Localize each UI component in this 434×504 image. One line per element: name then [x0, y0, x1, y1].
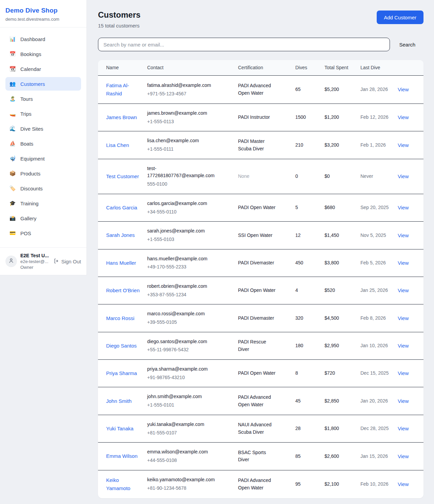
table-row: Carlos Garcia carlos.garcia@example.com … — [98, 194, 423, 221]
island-icon: 🏝️ — [9, 96, 16, 102]
customer-name-link[interactable]: Sarah Jones — [106, 231, 135, 239]
view-link[interactable]: View — [398, 426, 409, 431]
customer-email: emma.wilson@example.com — [147, 448, 220, 456]
sidebar-item-gallery[interactable]: 📸 Gallery — [5, 211, 81, 225]
customers-table-card: Name Contact Certification Dives Total S… — [98, 60, 423, 498]
user-email: e2e-tester@... — [20, 259, 49, 264]
customer-dives: 65 — [295, 76, 324, 104]
customer-phone: +34-555-0110 — [147, 208, 233, 216]
customer-dives: 8 — [295, 360, 324, 387]
customer-name-link[interactable]: Yuki Tanaka — [106, 425, 134, 433]
customer-dives: 180 — [295, 332, 324, 359]
customer-dives: 0 — [295, 159, 324, 194]
customer-phone: 555-0100 — [147, 181, 233, 188]
column-header-last-dive: Last Dive — [360, 60, 394, 76]
customer-name-link[interactable]: Marco Rossi — [106, 314, 134, 322]
sidebar-item-products[interactable]: 📦 Products — [5, 167, 81, 180]
sidebar-item-pos[interactable]: 💳 POS — [5, 226, 81, 240]
sidebar-item-trips[interactable]: 🚤 Trips — [5, 107, 81, 120]
customer-certification: PADI Divemaster — [238, 315, 277, 322]
table-row: Robert O'Brien robert.obrien@example.com… — [98, 277, 423, 304]
speedboat-icon: 🚤 — [9, 111, 16, 117]
customer-name-link[interactable]: John Smith — [106, 397, 132, 405]
column-header-dives: Dives — [295, 60, 324, 76]
view-link[interactable]: View — [398, 481, 409, 487]
customer-dives: 45 — [295, 387, 324, 415]
sign-out-button[interactable]: Sign Out — [54, 258, 81, 265]
main-content: Customers 15 total customers Add Custome… — [87, 0, 434, 504]
customer-name-link[interactable]: Hans Mueller — [106, 259, 136, 267]
sidebar-item-equipment[interactable]: 🤿 Equipment — [5, 152, 81, 165]
customer-name-link[interactable]: Priya Sharma — [106, 369, 137, 377]
customer-phone: +971-55-123-4567 — [147, 90, 233, 98]
customer-last-dive: Jan 10, 2026 — [360, 332, 394, 359]
view-link[interactable]: View — [398, 370, 409, 376]
view-link[interactable]: View — [398, 315, 409, 321]
search-input[interactable] — [98, 38, 390, 51]
view-link[interactable]: View — [398, 114, 409, 120]
customer-name-link[interactable]: Emma Wilson — [106, 452, 138, 460]
view-link[interactable]: View — [398, 232, 409, 238]
view-link[interactable]: View — [398, 173, 409, 179]
customer-last-dive: Jan 28, 2026 — [360, 76, 394, 104]
sidebar-item-calendar[interactable]: 📆 Calendar — [5, 62, 81, 76]
customer-dives: 12 — [295, 222, 324, 249]
customer-email: yuki.tanaka@example.com — [147, 421, 220, 428]
customer-certification: PADI Divemaster — [238, 259, 277, 267]
customer-last-dive: Feb 12, 2026 — [360, 104, 394, 131]
customer-total-spent: $1,200 — [324, 104, 360, 131]
customer-phone: +1-555-0113 — [147, 118, 233, 126]
customer-total-spent: $1,800 — [324, 415, 360, 442]
sidebar-item-dashboard[interactable]: 📊 Dashboard — [5, 32, 81, 46]
customer-name-link[interactable]: Fatima Al-Rashid — [106, 81, 142, 98]
customer-phone: +49-170-555-2233 — [147, 263, 233, 271]
customer-total-spent: $4,500 — [324, 304, 360, 332]
table-body: Fatima Al-Rashid fatima.alrashid@example… — [98, 76, 423, 498]
customer-total-spent: $3,200 — [324, 131, 360, 159]
customer-name-link[interactable]: Keiko Yamamoto — [106, 476, 142, 492]
tag-icon: 🏷️ — [9, 185, 16, 191]
view-link[interactable]: View — [398, 398, 409, 404]
user-section: E2E Test U... e2e-tester@... Owner Sign … — [0, 247, 86, 275]
customer-name-link[interactable]: Lisa Chen — [106, 141, 129, 149]
customer-phone: +91-98765-43210 — [147, 374, 233, 381]
view-link[interactable]: View — [398, 205, 409, 210]
customer-last-dive: Feb 8, 2026 — [360, 304, 394, 332]
customer-phone: +55-11-99876-5432 — [147, 346, 233, 354]
customer-name-link[interactable]: Diego Santos — [106, 342, 137, 350]
sidebar-item-boats[interactable]: ⛵ Boats — [5, 137, 81, 150]
sidebar-item-dive-sites[interactable]: 🌊 Dive Sites — [5, 122, 81, 135]
view-link[interactable]: View — [398, 87, 409, 92]
customer-last-dive: Jan 25, 2026 — [360, 277, 394, 304]
table-row: Priya Sharma priya.sharma@example.com +9… — [98, 360, 423, 387]
customer-last-dive: Feb 10, 2026 — [360, 470, 394, 498]
sidebar-item-discounts[interactable]: 🏷️ Discounts — [5, 182, 81, 195]
view-link[interactable]: View — [398, 453, 409, 459]
customer-certification: PADI Open Water — [238, 204, 277, 211]
customer-name-link[interactable]: Carlos Garcia — [106, 204, 137, 212]
avatar — [5, 256, 17, 267]
sidebar-item-training[interactable]: 🎓 Training — [5, 197, 81, 210]
add-customer-button[interactable]: Add Customer — [377, 11, 423, 24]
sidebar-item-bookings[interactable]: 📅 Bookings — [5, 47, 81, 61]
bar-chart-icon: 📊 — [9, 36, 16, 42]
customer-email: lisa.chen@example.com — [147, 137, 220, 145]
customer-total-spent: $720 — [324, 360, 360, 387]
table-row: Yuki Tanaka yuki.tanaka@example.com +81-… — [98, 415, 423, 442]
customer-dives: 4 — [295, 277, 324, 304]
customer-dives: 85 — [295, 443, 324, 470]
search-row: Search — [98, 38, 423, 51]
sidebar-item-tours[interactable]: 🏝️ Tours — [5, 92, 81, 106]
search-button[interactable]: Search — [390, 42, 423, 48]
customer-email: john.smith@example.com — [147, 393, 220, 400]
customer-name-link[interactable]: Test Customer — [106, 172, 139, 181]
customer-name-link[interactable]: James Brown — [106, 113, 137, 122]
customer-dives: 5 — [295, 194, 324, 221]
customer-name-link[interactable]: Robert O'Brien — [106, 286, 140, 295]
view-link[interactable]: View — [398, 142, 409, 148]
table-row: Keiko Yamamoto keiko.yamamoto@example.co… — [98, 470, 423, 498]
view-link[interactable]: View — [398, 260, 409, 266]
view-link[interactable]: View — [398, 287, 409, 293]
sidebar-item-customers[interactable]: 👥 Customers — [5, 77, 81, 91]
view-link[interactable]: View — [398, 343, 409, 349]
